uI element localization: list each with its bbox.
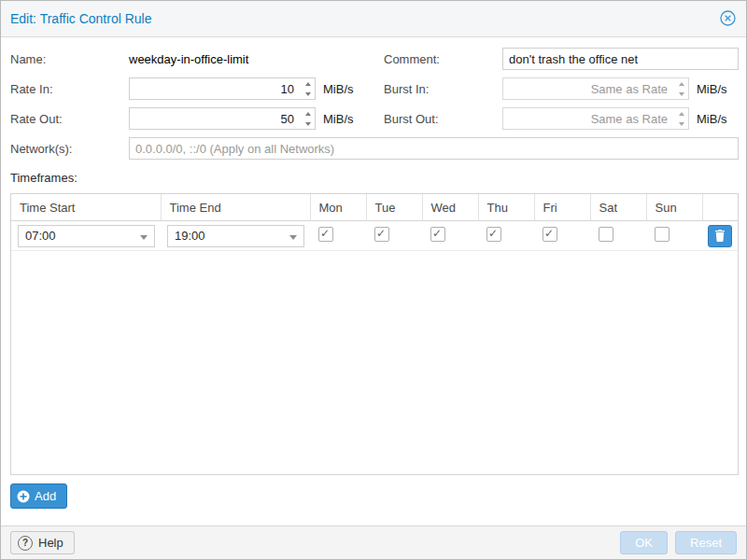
- rate-out-unit: MiB/s: [323, 112, 354, 126]
- dialog-footer: ? Help OK Reset: [1, 525, 746, 559]
- spinner-up-button[interactable]: [674, 78, 688, 89]
- burst-in-spinner: [674, 78, 688, 99]
- rate-out-input[interactable]: [129, 107, 316, 130]
- help-button-label: Help: [38, 536, 63, 550]
- burst-in-unit: MiB/s: [697, 82, 727, 96]
- dialog-title: Edit: Traffic Control Rule: [10, 11, 151, 26]
- spinner-down-button[interactable]: [674, 89, 688, 99]
- column-header-tue: Tue: [366, 194, 422, 221]
- name-value: weekday-in-office-limit: [129, 52, 248, 66]
- arrow-down-icon: [679, 92, 684, 96]
- arrow-down-icon: [305, 92, 311, 96]
- column-header-sat: Sat: [590, 194, 646, 221]
- arrow-up-icon: [679, 82, 684, 86]
- comment-label: Comment:: [384, 52, 440, 66]
- close-icon: [720, 10, 736, 26]
- arrow-up-icon: [305, 112, 311, 116]
- arrow-up-icon: [679, 112, 684, 116]
- burst-out-unit: MiB/s: [697, 112, 727, 126]
- burst-in-label: Burst In:: [384, 82, 429, 96]
- ok-button[interactable]: OK: [620, 531, 668, 554]
- checkbox-fri[interactable]: [543, 227, 557, 242]
- column-header-mon: Mon: [310, 194, 366, 221]
- add-button[interactable]: Add: [10, 483, 67, 509]
- dialog-header: Edit: Traffic Control Rule: [1, 1, 746, 37]
- help-button[interactable]: ? Help: [10, 531, 75, 554]
- checkbox-sat[interactable]: [599, 227, 613, 242]
- rate-in-unit: MiB/s: [323, 82, 354, 96]
- spinner-up-button[interactable]: [301, 108, 315, 119]
- column-header-time-start: Time Start: [11, 194, 161, 221]
- spinner-down-button[interactable]: [674, 119, 688, 129]
- time-end-select[interactable]: 19:00: [167, 225, 304, 247]
- networks-label: Network(s):: [10, 142, 72, 156]
- column-header-time-end: Time End: [161, 194, 310, 221]
- reset-button[interactable]: Reset: [675, 531, 737, 554]
- chevron-down-icon: [140, 235, 148, 240]
- ok-button-label: OK: [635, 536, 653, 550]
- rate-in-spinner: [301, 78, 315, 99]
- checkbox-thu[interactable]: [486, 227, 501, 242]
- comment-input[interactable]: [502, 48, 739, 70]
- arrow-down-icon: [679, 122, 684, 126]
- checkbox-mon[interactable]: [318, 227, 333, 242]
- spinner-down-button[interactable]: [301, 89, 315, 99]
- delete-row-button[interactable]: [708, 225, 732, 247]
- timeframes-label: Timeframes:: [10, 171, 78, 185]
- burst-in-input[interactable]: [502, 77, 689, 100]
- checkbox-sun[interactable]: [655, 227, 669, 242]
- column-header-wed: Wed: [422, 194, 478, 221]
- spinner-up-button[interactable]: [301, 78, 315, 89]
- rate-out-spinner: [301, 108, 315, 129]
- reset-button-label: Reset: [690, 536, 722, 550]
- time-start-select[interactable]: 07:00: [18, 225, 155, 247]
- rate-out-label: Rate Out:: [10, 112, 63, 126]
- networks-input[interactable]: [129, 137, 739, 160]
- add-button-label: Add: [35, 489, 56, 503]
- timeframe-row: 07:00 19:00: [11, 221, 738, 251]
- time-end-value: 19:00: [175, 229, 205, 243]
- burst-out-label: Burst Out:: [384, 112, 439, 126]
- close-button[interactable]: [720, 10, 736, 26]
- grid-header-row: Time Start Time End Mon Tue Wed Thu Fri …: [11, 194, 738, 221]
- timeframes-grid: Time Start Time End Mon Tue Wed Thu Fri …: [10, 193, 739, 475]
- column-header-sun: Sun: [646, 194, 702, 221]
- name-label: Name:: [10, 52, 46, 66]
- help-icon: ?: [18, 536, 33, 551]
- trash-icon: [714, 230, 726, 242]
- column-header-actions: [702, 194, 738, 221]
- checkbox-tue[interactable]: [374, 227, 389, 242]
- rate-in-input[interactable]: [129, 77, 316, 100]
- spinner-down-button[interactable]: [301, 119, 315, 129]
- spinner-up-button[interactable]: [674, 108, 688, 119]
- column-header-thu: Thu: [478, 194, 534, 221]
- arrow-up-icon: [305, 82, 311, 86]
- burst-out-input[interactable]: [502, 107, 689, 130]
- checkbox-wed[interactable]: [430, 227, 445, 242]
- plus-circle-icon: [17, 490, 30, 503]
- column-header-fri: Fri: [534, 194, 590, 221]
- burst-out-spinner: [674, 108, 688, 129]
- edit-traffic-control-rule-dialog: Edit: Traffic Control Rule Name: weekday…: [0, 0, 747, 560]
- rate-in-label: Rate In:: [10, 82, 53, 96]
- time-start-value: 07:00: [25, 229, 56, 243]
- arrow-down-icon: [305, 122, 311, 126]
- chevron-down-icon: [289, 235, 297, 240]
